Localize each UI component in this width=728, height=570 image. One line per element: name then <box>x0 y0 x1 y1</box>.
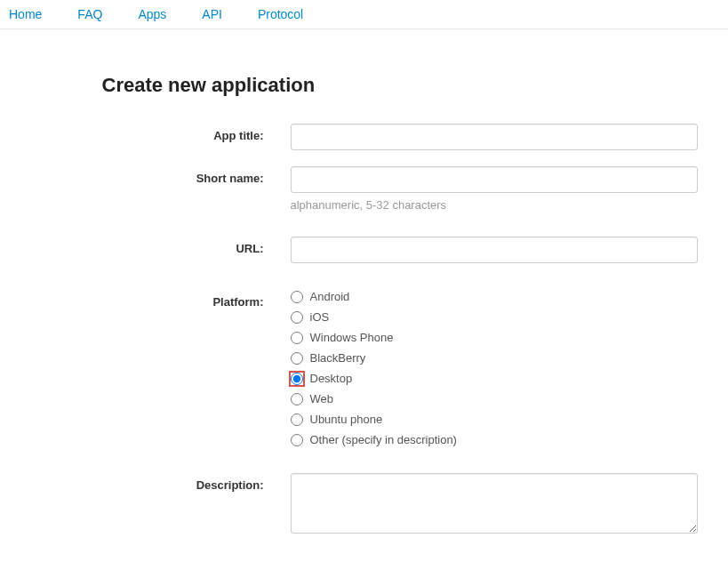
input-description[interactable] <box>291 473 698 534</box>
radio-label-web: Web <box>310 392 334 405</box>
radio-label-windows-phone: Windows Phone <box>310 331 394 344</box>
nav-home[interactable]: Home <box>9 7 42 21</box>
radio-input-blackberry[interactable] <box>291 352 303 365</box>
radio-input-web[interactable] <box>291 393 303 405</box>
page-title: Create new application <box>102 74 724 97</box>
radio-label-desktop: Desktop <box>310 372 353 385</box>
row-url: URL: <box>4 237 724 263</box>
radio-blackberry[interactable]: BlackBerry <box>291 351 698 365</box>
radio-desktop[interactable]: Desktop <box>291 372 698 385</box>
input-url[interactable] <box>291 237 698 263</box>
label-url: URL: <box>4 237 291 255</box>
radio-input-ubuntu-phone[interactable] <box>291 413 303 426</box>
platform-radio-group: Android iOS Windows Phone BlackBerry Des… <box>291 290 698 446</box>
radio-windows-phone[interactable]: Windows Phone <box>291 331 698 344</box>
label-short-name: Short name: <box>4 166 291 185</box>
radio-input-windows-phone[interactable] <box>291 332 303 344</box>
nav-faq[interactable]: FAQ <box>77 7 102 21</box>
input-app-title[interactable] <box>291 124 698 150</box>
nav-list: Home FAQ Apps API Protocol <box>0 7 728 21</box>
radio-input-ios[interactable] <box>291 311 303 324</box>
radio-label-other: Other (specify in description) <box>310 433 457 446</box>
row-platform: Platform: Android iOS Windows Phone Blac… <box>4 290 724 446</box>
radio-web[interactable]: Web <box>291 392 698 405</box>
nav-apps[interactable]: Apps <box>138 7 166 21</box>
radio-input-android[interactable] <box>291 291 303 303</box>
radio-other[interactable]: Other (specify in description) <box>291 433 698 446</box>
radio-ios[interactable]: iOS <box>291 310 698 324</box>
radio-input-desktop[interactable] <box>291 373 303 385</box>
row-short-name: Short name: alphanumeric, 5-32 character… <box>4 166 724 212</box>
nav-protocol[interactable]: Protocol <box>258 7 303 21</box>
label-app-title: App title: <box>4 124 291 142</box>
radio-ubuntu-phone[interactable]: Ubuntu phone <box>291 413 698 426</box>
nav-api[interactable]: API <box>202 7 222 21</box>
input-short-name[interactable] <box>291 166 698 193</box>
help-short-name: alphanumeric, 5-32 characters <box>291 198 698 212</box>
top-nav: Home FAQ Apps API Protocol <box>0 0 728 29</box>
main-container: Create new application App title: Short … <box>4 29 724 570</box>
row-actions: Create application Cancel <box>4 552 724 570</box>
radio-label-android: Android <box>310 290 350 303</box>
radio-input-other[interactable] <box>291 434 303 446</box>
label-description: Description: <box>4 473 291 492</box>
radio-android[interactable]: Android <box>291 290 698 303</box>
row-description: Description: <box>4 473 724 536</box>
row-app-title: App title: <box>4 124 724 150</box>
radio-label-ubuntu-phone: Ubuntu phone <box>310 413 383 426</box>
label-platform: Platform: <box>4 290 291 309</box>
radio-label-blackberry: BlackBerry <box>310 351 366 365</box>
radio-label-ios: iOS <box>310 310 330 324</box>
